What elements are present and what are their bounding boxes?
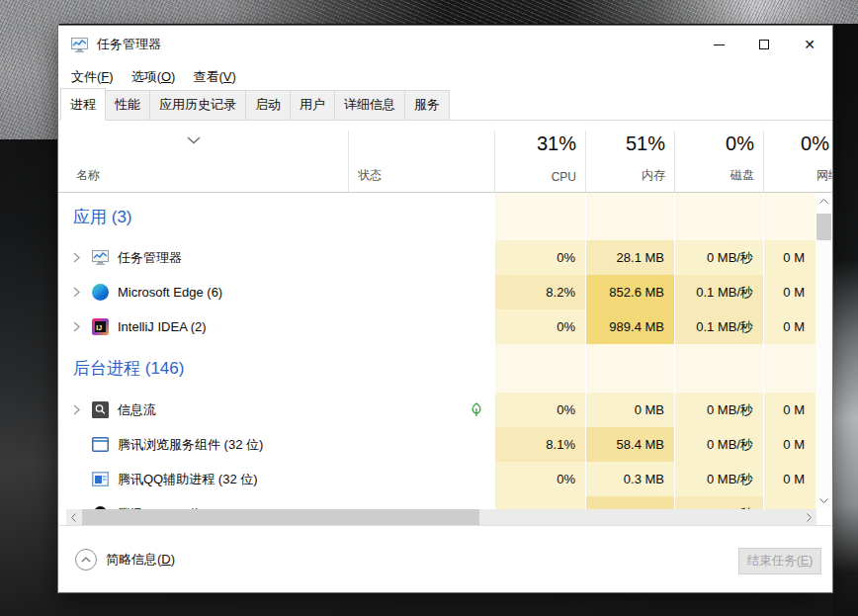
column-header-cpu[interactable]: 31% CPU (494, 128, 585, 192)
status-cell (348, 275, 494, 309)
menu-options[interactable]: 选项(O) (131, 68, 176, 86)
process-row-tencent-browser[interactable]: 腾讯浏览服务组件 (32 位) 8.1% 58.4 MB 0 MB/秒 0 M (58, 427, 832, 462)
fewer-details-label: 简略信息(D) (106, 551, 175, 569)
menu-view[interactable]: 查看(V) (193, 68, 235, 86)
horizontal-scrollbar-thumb[interactable] (82, 509, 479, 525)
minimize-icon (714, 44, 725, 45)
tab-users[interactable]: 用户 (290, 90, 335, 121)
cpu-cell: 0% (494, 309, 585, 344)
cpu-total-usage: 31% (537, 132, 576, 155)
vertical-scrollbar-thumb[interactable] (816, 214, 831, 240)
disk-cell: 0.1 MB/秒 (674, 309, 763, 344)
status-cell (348, 309, 494, 344)
memory-cell: 989.4 MB (585, 309, 674, 344)
scroll-left-icon[interactable] (66, 509, 81, 525)
vertical-scrollbar[interactable] (815, 193, 832, 509)
chevron-up-circle-icon (75, 549, 97, 571)
header-separator (763, 131, 764, 192)
process-row-task-manager[interactable]: 任务管理器 0% 28.1 MB 0 MB/秒 0 M (58, 240, 832, 275)
intellij-icon: IJ (92, 318, 109, 335)
group-label: 后台进程 (146) (66, 357, 184, 380)
expand-chevron-icon[interactable] (66, 404, 92, 415)
desktop-bottom-edge (0, 0, 858, 24)
memory-cell: 0.3 MB (585, 462, 674, 496)
disk-cell: 0 MB/秒 (674, 240, 763, 275)
menu-file[interactable]: 文件(F) (71, 68, 114, 86)
browser-window-icon (92, 436, 109, 453)
tab-bar: 进程 性能 应用历史记录 启动 用户 详细信息 服务 (58, 91, 832, 121)
status-cell (348, 462, 494, 496)
menu-bar: 文件(F) 选项(O) 查看(V) (58, 63, 832, 91)
maximize-icon (759, 40, 769, 49)
expand-chevron-icon[interactable] (66, 252, 92, 263)
cpu-cell: 8.2% (494, 275, 585, 309)
group-label: 应用 (3) (66, 206, 132, 228)
process-row-feed[interactable]: 信息流 0% 0 MB 0 MB/秒 0 M (58, 393, 832, 427)
status-cell (348, 427, 494, 462)
tab-app-history[interactable]: 应用历史记录 (149, 90, 246, 121)
task-manager-app-icon (71, 38, 88, 52)
close-icon: ✕ (804, 38, 815, 51)
leaf-icon (471, 402, 482, 417)
cpu-cell: 8.1% (494, 427, 585, 462)
disk-cell: 0.1 MB/秒 (674, 496, 763, 509)
footer-bar: 简略信息(D) 结束任务(E) (58, 525, 832, 592)
task-manager-window: 任务管理器 ✕ 文件(F) 选项(O) 查看(V) 进程 性能 应用历史记录 启… (57, 25, 833, 593)
memory-cell: 28.1 MB (585, 240, 674, 275)
feed-search-icon (92, 401, 109, 418)
status-cell (348, 393, 494, 427)
scroll-down-icon[interactable] (815, 492, 832, 509)
header-separator (348, 131, 349, 192)
disk-cell: 0.1 MB/秒 (674, 275, 763, 309)
cpu-cell: 0% (494, 496, 585, 509)
process-row-edge[interactable]: Microsoft Edge (6) 8.2% 852.6 MB 0.1 MB/… (58, 275, 832, 309)
column-header-name[interactable]: 名称 (66, 128, 348, 192)
expand-chevron-icon[interactable] (66, 287, 92, 298)
close-button[interactable]: ✕ (787, 26, 832, 63)
process-list: 应用 (3) 任务管理器 (58, 193, 832, 509)
status-cell (348, 240, 494, 275)
memory-cell: 0 MB (585, 393, 674, 427)
network-total-usage: 0% (801, 132, 829, 155)
tab-processes[interactable]: 进程 (60, 88, 106, 121)
header-separator (674, 131, 675, 192)
disk-total-usage: 0% (726, 132, 754, 155)
scroll-up-icon[interactable] (815, 193, 832, 210)
window-title: 任务管理器 (97, 36, 161, 53)
tab-performance[interactable]: 性能 (105, 90, 150, 121)
tab-services[interactable]: 服务 (404, 90, 450, 121)
memory-cell: 852.6 MB (585, 275, 674, 309)
cpu-cell: 0% (494, 240, 585, 275)
memory-total-usage: 51% (626, 132, 665, 155)
horizontal-scrollbar[interactable] (66, 509, 816, 525)
tab-startup[interactable]: 启动 (245, 90, 291, 121)
memory-cell: 98.8 MB (585, 496, 674, 509)
disk-cell: 0 MB/秒 (674, 427, 763, 462)
group-header-apps[interactable]: 应用 (3) (58, 193, 832, 240)
status-cell (348, 496, 494, 509)
process-row-qq-helper[interactable]: 腾讯QQ辅助进程 (32 位) 0% 0.3 MB 0 MB/秒 0 M (58, 462, 832, 496)
svg-text:IJ: IJ (96, 324, 102, 331)
cpu-cell: 0% (494, 462, 585, 496)
column-header-memory[interactable]: 51% 内存 (585, 128, 674, 192)
process-row-qq[interactable]: 腾讯QQ (32 位) 0% 98.8 MB 0.1 MB/秒 0 M (58, 496, 832, 509)
memory-cell: 58.4 MB (585, 427, 674, 462)
process-row-intellij[interactable]: IJ IntelliJ IDEA (2) 0% 989.4 MB 0.1 MB/… (58, 309, 832, 344)
fewer-details-toggle[interactable]: 简略信息(D) (75, 549, 175, 571)
disk-cell: 0 MB/秒 (674, 393, 763, 427)
minimize-button[interactable] (696, 26, 741, 63)
end-task-button[interactable]: 结束任务(E) (738, 548, 821, 574)
scroll-right-icon[interactable] (802, 509, 816, 525)
maximize-button[interactable] (741, 26, 787, 63)
table-header: 名称 状态 31% CPU 51% 内存 0% 磁盘 0% 网络 (58, 128, 832, 193)
group-header-background[interactable]: 后台进程 (146) (58, 344, 832, 393)
edge-icon (92, 284, 109, 301)
column-header-network[interactable]: 0% 网络 (763, 128, 832, 192)
tab-details[interactable]: 详细信息 (334, 90, 405, 121)
task-manager-icon (92, 249, 109, 266)
column-header-disk[interactable]: 0% 磁盘 (674, 128, 763, 192)
title-bar[interactable]: 任务管理器 ✕ (58, 26, 832, 63)
header-separator (494, 131, 495, 192)
column-header-status[interactable]: 状态 (348, 128, 494, 192)
expand-chevron-icon[interactable] (66, 321, 92, 332)
